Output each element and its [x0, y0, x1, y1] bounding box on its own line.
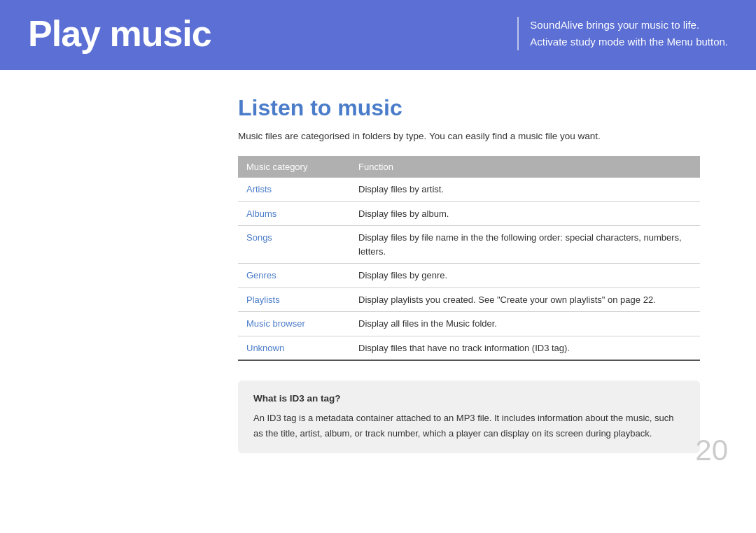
category-cell: Songs	[238, 226, 350, 264]
table-header: Music category Function	[238, 156, 700, 178]
main-content: Listen to music Music files are categori…	[0, 70, 756, 478]
category-cell: Albums	[238, 201, 350, 226]
function-cell: Display files by artist.	[350, 178, 700, 201]
table-row: SongsDisplay files by file name in the t…	[238, 226, 700, 264]
col1-header: Music category	[238, 156, 350, 178]
table-row: PlaylistsDisplay playlists you created. …	[238, 287, 700, 312]
table-body: ArtistsDisplay files by artist.AlbumsDis…	[238, 178, 700, 360]
tagline-line2: Activate study mode with the Menu button…	[530, 34, 728, 50]
music-category-table: Music category Function ArtistsDisplay f…	[238, 156, 700, 361]
function-cell: Display files by album.	[350, 201, 700, 226]
info-box: What is ID3 an tag? An ID3 tag is a meta…	[238, 381, 700, 453]
table-row: UnknownDisplay files that have no track …	[238, 336, 700, 360]
function-cell: Display files by genre.	[350, 264, 700, 288]
page-title: Play music	[28, 13, 211, 55]
function-cell: Display files by file name in the the fo…	[350, 226, 700, 264]
page-header: Play music SoundAlive brings your music …	[0, 0, 756, 70]
category-cell: Playlists	[238, 287, 350, 312]
info-box-text: An ID3 tag is a metadata container attac…	[253, 411, 685, 441]
category-cell: Artists	[238, 178, 350, 201]
table-row: Music browserDisplay all files in the Mu…	[238, 312, 700, 336]
category-cell: Unknown	[238, 336, 350, 360]
function-cell: Display all files in the Music folder.	[350, 312, 700, 336]
section-title: Listen to music	[238, 95, 700, 121]
function-cell: Display files that have no track informa…	[350, 336, 700, 360]
header-tagline: SoundAlive brings your music to life. Ac…	[517, 17, 728, 50]
category-cell: Genres	[238, 264, 350, 288]
tagline-line1: SoundAlive brings your music to life.	[530, 17, 728, 34]
function-cell: Display playlists you created. See "Crea…	[350, 287, 700, 312]
section-intro: Music files are categorised in folders b…	[238, 129, 700, 143]
page-number: 20	[695, 434, 728, 467]
table-row: GenresDisplay files by genre.	[238, 264, 700, 288]
category-cell: Music browser	[238, 312, 350, 336]
table-row: AlbumsDisplay files by album.	[238, 201, 700, 226]
table-row: ArtistsDisplay files by artist.	[238, 178, 700, 201]
info-box-title: What is ID3 an tag?	[253, 393, 685, 404]
col2-header: Function	[350, 156, 700, 178]
